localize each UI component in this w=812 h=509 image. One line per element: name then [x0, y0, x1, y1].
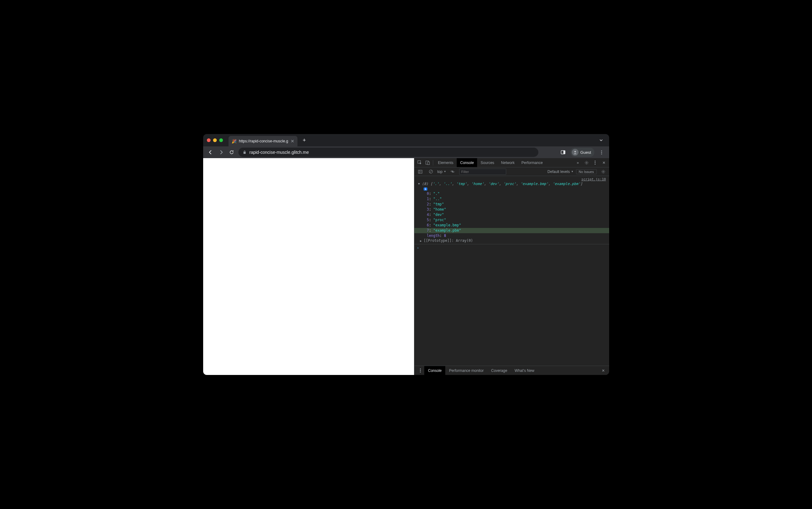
maximize-window-button[interactable] [219, 138, 223, 142]
address-bar: rapid-concise-muscle.glitch.me Guest [203, 146, 609, 158]
array-summary-item: '.' [433, 181, 439, 186]
console-prompt[interactable]: › [414, 244, 609, 251]
length-value: 8 [444, 234, 446, 238]
svg-point-3 [574, 151, 576, 152]
array-value: "dev" [433, 212, 444, 217]
console-output[interactable]: script.js:10 ▼ (8) ['.', '..', 'tmp', 'h… [414, 176, 609, 366]
array-summary-item: 'dev' [488, 181, 499, 186]
live-expression-icon[interactable] [449, 168, 457, 176]
lock-icon [243, 150, 246, 154]
svg-line-11 [430, 170, 432, 173]
array-value: ".." [433, 197, 442, 201]
array-summary-item: 'home' [471, 181, 484, 186]
array-item-row[interactable]: 2: "tmp" [414, 202, 609, 207]
devtools-panel: Elements Console Sources Network Perform… [414, 158, 609, 375]
prototype-row[interactable]: ▶ [[Prototype]]: Array(0) [414, 238, 609, 243]
array-summary-item: '..' [443, 181, 452, 186]
array-value: "tmp" [433, 202, 444, 206]
devtools-tab-elements[interactable]: Elements [434, 158, 457, 167]
browser-menu-button[interactable] [598, 148, 605, 156]
inspect-element-icon[interactable] [415, 159, 424, 167]
tab-bar: 🎉 https://rapid-concise-muscle.g ✕ + [203, 134, 609, 146]
console-settings-icon[interactable] [599, 168, 607, 176]
array-value: "example.pbm" [433, 228, 461, 233]
prototype-label: [[Prototype]] [424, 238, 451, 243]
browser-tab[interactable]: 🎉 https://rapid-concise-muscle.g ✕ [228, 136, 298, 146]
chevron-down-icon: ▼ [444, 170, 446, 173]
console-sidebar-toggle-icon[interactable] [416, 168, 424, 176]
devtools-tab-network[interactable]: Network [498, 158, 518, 167]
array-item-row[interactable]: 4: "dev" [414, 212, 609, 217]
console-filter-input[interactable] [459, 169, 506, 175]
array-value: "example.bmp" [433, 223, 461, 227]
devtools-close-icon[interactable]: ✕ [600, 159, 608, 167]
window-controls [207, 138, 223, 142]
panel-toggle-icon[interactable] [559, 148, 567, 156]
more-tabs-icon[interactable]: » [574, 159, 582, 167]
array-summary-item: 'tmp' [456, 181, 467, 186]
forward-button[interactable] [217, 148, 225, 156]
array-item-row[interactable]: 6: "example.bmp" [414, 223, 609, 228]
execution-context-selector[interactable]: top ▼ [437, 170, 446, 174]
svg-point-13 [452, 171, 453, 172]
prototype-value: Array(0) [456, 238, 473, 243]
profile-chip[interactable]: Guest [570, 148, 594, 157]
array-length-row: length: 8 [414, 233, 609, 238]
prompt-chevron-icon: › [417, 246, 419, 250]
reload-button[interactable] [228, 148, 235, 156]
back-button[interactable] [207, 148, 214, 156]
tab-favicon-icon: 🎉 [231, 139, 237, 144]
expand-arrow-icon[interactable]: ▶ [420, 239, 421, 242]
tab-title: https://rapid-concise-muscle.g [239, 139, 288, 143]
array-summary-item: 'proc' [503, 181, 516, 186]
devtools-menu-icon[interactable] [591, 159, 599, 167]
drawer-close-icon[interactable]: ✕ [599, 369, 607, 373]
devtools-drawer: Console Performance monitor Coverage Wha… [414, 366, 609, 375]
issues-button[interactable]: No Issues [576, 169, 597, 174]
content-area: Elements Console Sources Network Perform… [203, 158, 609, 375]
drawer-menu-icon[interactable] [416, 367, 424, 375]
svg-rect-8 [418, 170, 422, 173]
devtools-settings-icon[interactable] [583, 159, 591, 167]
page-viewport[interactable] [203, 158, 414, 375]
chevron-down-icon: ▼ [571, 170, 573, 173]
new-tab-button[interactable]: + [300, 136, 309, 144]
expand-arrow-icon[interactable]: ▼ [418, 182, 419, 185]
svg-rect-0 [243, 152, 246, 154]
drawer-tab-performance-monitor[interactable]: Performance monitor [445, 366, 487, 375]
svg-point-14 [603, 171, 604, 172]
array-item-row[interactable]: 0: "." [414, 191, 609, 197]
svg-point-7 [586, 162, 587, 163]
minimize-window-button[interactable] [213, 138, 217, 142]
array-value: "proc" [433, 218, 446, 222]
array-summary-item: 'example.pbm' [553, 181, 581, 186]
device-toolbar-icon[interactable] [424, 159, 432, 167]
drawer-tab-whats-new[interactable]: What's New [511, 366, 538, 375]
array-value: "home" [433, 207, 446, 211]
info-badge-icon[interactable]: i [424, 188, 427, 191]
drawer-tab-coverage[interactable]: Coverage [487, 366, 511, 375]
array-item-row[interactable]: 1: ".." [414, 197, 609, 202]
array-item-row[interactable]: 5: "proc" [414, 217, 609, 223]
url-text: rapid-concise-muscle.glitch.me [250, 150, 309, 155]
log-levels-selector[interactable]: Default levels ▼ [548, 170, 573, 174]
console-toolbar: top ▼ Default levels ▼ No Issues [414, 167, 609, 176]
array-item-row[interactable]: 7: "example.pbm" [414, 228, 609, 233]
tab-list-chevron-icon[interactable] [597, 137, 605, 143]
devtools-tab-console[interactable]: Console [457, 158, 477, 167]
close-window-button[interactable] [207, 138, 211, 142]
length-key: length [427, 234, 440, 238]
devtools-tab-performance[interactable]: Performance [518, 158, 546, 167]
log-array-summary[interactable]: ▼ (8) ['.', '..', 'tmp', 'home', 'dev', … [414, 181, 609, 186]
array-value: "." [433, 192, 440, 196]
devtools-tab-bar: Elements Console Sources Network Perform… [414, 158, 609, 167]
devtools-tab-sources[interactable]: Sources [477, 158, 498, 167]
close-tab-icon[interactable]: ✕ [291, 139, 294, 144]
clear-console-icon[interactable] [427, 168, 435, 176]
levels-label: Default levels [548, 170, 570, 174]
profile-label: Guest [581, 150, 591, 155]
url-input[interactable]: rapid-concise-muscle.glitch.me [239, 148, 538, 157]
drawer-tab-console[interactable]: Console [424, 366, 445, 375]
log-source-link[interactable]: script.js:10 [414, 177, 609, 181]
array-item-row[interactable]: 3: "home" [414, 207, 609, 212]
